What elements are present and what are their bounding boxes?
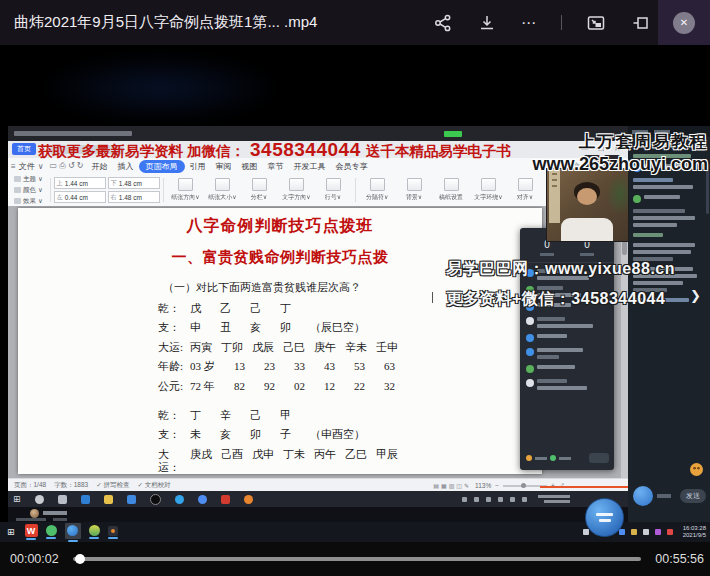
plant-decor <box>606 173 629 215</box>
wps-tab-home: 开始 <box>87 161 113 172</box>
settings-icon: ⚙ <box>690 139 696 147</box>
wps-tab-section: 章节 <box>263 161 289 172</box>
browser-taskbar-icon <box>89 525 100 536</box>
player-titlebar: 曲炜2021年9月5日八字命例点拨班1第... .mp4 ⋯ <box>0 0 710 45</box>
share-icon[interactable] <box>433 13 453 33</box>
start-icon: ⊞ <box>13 494 21 504</box>
orange-status-dot <box>526 455 532 461</box>
recording-indicator <box>444 131 462 137</box>
ribbon-theme-group: 主题∨ 颜色∨ 效果∨ <box>14 175 43 206</box>
chat-panel-tabs <box>628 126 710 137</box>
video-player-window: 曲炜2021年9月5日八字命例点拨班1第... .mp4 ⋯ <box>0 0 710 576</box>
doc-subtitle: 一、富贵贫贱命例判断技巧点拨 <box>18 248 542 267</box>
system-clock: 16:03:28 2021/9/5 <box>683 525 706 539</box>
refresh-icon: ↻ <box>679 139 685 147</box>
bazi2-gan-row: 乾： 丁辛 己甲 <box>158 409 542 422</box>
windows-start-icon: ⊞ <box>7 527 15 537</box>
wps-tab-view: 视图 <box>237 161 263 172</box>
ribbon-btn-grid-paper: 稿纸设置 <box>433 178 470 202</box>
text-cursor <box>432 292 433 303</box>
wps-window-buttons: — ☐ ✕ <box>581 145 624 153</box>
progress-handle[interactable] <box>75 554 85 564</box>
chat-panel-icons: ⛶↻ ⚙✕ <box>669 139 707 147</box>
wps-tab-review: 审阅 <box>211 161 237 172</box>
close-icon[interactable]: ✕ <box>673 12 695 34</box>
doc-title: 八字命例判断技巧点拨班 <box>18 216 542 237</box>
letterbox-glow <box>40 53 280 123</box>
video-title: 曲炜2021年9月5日八字命例点拨班1第... .mp4 <box>14 13 317 32</box>
chat-message-list <box>520 269 614 390</box>
wps-tab-reference: 引用 <box>185 161 211 172</box>
inner-clock <box>538 495 570 503</box>
status-spellcheck: ✓ 拼写检查 <box>96 481 129 490</box>
ribbon-btn-align: 对齐∨ <box>507 178 544 202</box>
panel-close-icon: ✕ <box>701 139 707 147</box>
progress-bar[interactable] <box>73 557 642 561</box>
green-status-dot <box>550 455 556 461</box>
inner-system-tray <box>462 495 570 503</box>
more-chip-icon: ⋯ <box>604 155 620 167</box>
wps-doc-tab <box>50 145 124 154</box>
wps-menubar: ≡ 文件 ∨ ▭ ⎙ ↺ ↻ 开始 插入 页面布局 引用 审阅 视图 章节 开发… <box>8 158 628 174</box>
titlebar-actions: ⋯ <box>433 13 650 33</box>
presenter-strip <box>8 507 628 522</box>
ribbon-btn-wrap: 文字环绕∨ <box>470 178 507 202</box>
mini-player-icon[interactable] <box>630 13 650 33</box>
ribbon-btn-line-number: 行号∨ <box>315 178 352 202</box>
ribbon-btn-orientation: 纸张方向∨ <box>167 178 204 202</box>
presenter-name-bar <box>43 511 67 515</box>
status-words: 字数：1883 <box>54 481 88 490</box>
outer-taskbar-icons: ⊞ W <box>7 523 118 542</box>
chat-send-pill <box>589 453 609 463</box>
doc-question: （一）对比下面两造富贵贫贱谁层次高？ <box>163 280 542 295</box>
pen-annotation-line <box>540 486 632 488</box>
bazi1-dayun-row: 大运: 丙寅丁卯 戊辰己巳 庚午辛未 壬申 <box>158 341 542 354</box>
user-avatar <box>633 486 653 506</box>
zoom-out-icon: − <box>495 482 499 489</box>
floating-chat-window: ✕ 0 0 <box>520 228 614 470</box>
picture-in-picture-icon[interactable] <box>586 13 606 33</box>
download-icon[interactable] <box>477 13 497 33</box>
dropdown-icon: ∨ <box>38 162 44 171</box>
total-duration: 00:55:56 <box>655 552 704 566</box>
inner-windows-taskbar: ⊞ <box>8 491 628 507</box>
wps-statusbar: 页面：1/48 字数：1883 ✓ 拼写检查 ✓ 文档校对 ▤▦▥◫✎ 113%… <box>8 478 628 492</box>
wps-tab-member: 会员专享 <box>331 161 373 172</box>
recording-titlebar <box>8 126 628 141</box>
panel-scrollbar <box>706 168 709 214</box>
presenter-face <box>577 188 597 205</box>
more-icon[interactable]: ⋯ <box>521 14 537 32</box>
player-controlbar: 00:00:02 00:55:56 <box>0 542 710 576</box>
bazi2-dayun-row: 大运： 庚戌己酉 戊申丁未 丙午乙巳 甲辰 <box>158 448 542 474</box>
presenter-shirt <box>561 218 613 242</box>
view-mode-icons: ▤▦▥◫✎ <box>433 482 471 489</box>
wps-home-chip: 首页 <box>12 143 36 155</box>
ribbon-margin-group: 上1.44 cm 下1.48 cm 左0.44 cm 右1.48 cm <box>54 177 160 203</box>
document-scrollbar <box>621 206 628 478</box>
close-button-area: ✕ <box>658 0 710 45</box>
current-time: 00:00:02 <box>10 552 59 566</box>
wps-title-row: 首页 — ☐ ✕ <box>8 141 628 158</box>
expand-icon: ⛶ <box>669 139 674 147</box>
quick-icons: ▭ ⎙ ↺ ↻ <box>50 161 84 171</box>
recording-title-bar <box>14 131 132 136</box>
wps-ribbon: 主题∨ 颜色∨ 效果∨ 上1.44 cm 下1.48 cm 左0.44 cm 右… <box>8 174 628 207</box>
app-taskbar-icon <box>108 526 118 536</box>
calligraphy-scroll <box>549 169 560 223</box>
send-button: 发送 <box>680 489 706 503</box>
bazi1-year-row: 公元: 72 年82 9202 1222 32 <box>158 380 542 393</box>
video-stage: 首页 — ☐ ✕ ≡ 文件 ∨ ▭ ⎙ ↺ ↻ 开始 插入 页面布局 引用 审阅… <box>0 45 710 542</box>
zoom-level: 113% <box>475 482 491 489</box>
live-app-bubble <box>585 498 624 537</box>
ribbon-btn-breaks: 分隔符∨ <box>359 178 396 202</box>
file-menu: 文件 <box>19 161 35 172</box>
home-chip-icon: ⌂ <box>584 155 600 167</box>
ribbon-btn-size: 纸张大小∨ <box>204 178 241 202</box>
bazi1-gan-row: 乾： 戊乙 己丁 <box>158 302 542 315</box>
chat-input-bar <box>657 494 671 498</box>
live-chat-panel: ⛶↻ ⚙✕ 发送 <box>628 126 710 522</box>
panel-message-list <box>633 154 703 308</box>
bazi1-zhi-row: 支： 申丑 亥卯 （辰巳空） <box>158 321 542 334</box>
menu-icon: ≡ <box>11 162 16 171</box>
titlebar-divider <box>561 15 562 30</box>
